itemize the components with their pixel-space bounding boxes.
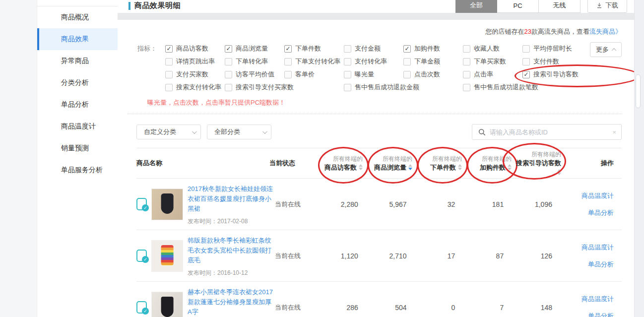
sidebar-item-abnormal-products[interactable]: 异常商品 xyxy=(37,50,118,72)
metric-label: 详情页跳出率 xyxy=(176,57,215,66)
notice-prefix: 您的店铺存在 xyxy=(486,28,524,35)
download-button[interactable]: 下载 xyxy=(587,0,627,13)
notice-middle: 款高流失商品，查看 xyxy=(531,28,589,35)
metric-checkbox-visitor-value[interactable]: ✓访客平均价值 xyxy=(225,70,284,79)
clear-search-icon[interactable]: × xyxy=(612,128,616,136)
metric-checkbox-pay-cvr[interactable]: ✓支付转化率 xyxy=(344,57,403,66)
metric-checkbox-ctr[interactable]: ✓点击率 xyxy=(463,70,522,79)
status-text: 当前在线 xyxy=(275,252,321,260)
custom-category-dropdown[interactable]: 自定义分类 xyxy=(136,125,201,139)
page-title-text: 商品效果明细 xyxy=(134,1,181,10)
analysis-link[interactable]: 单品分析 xyxy=(588,260,614,269)
metric-label: 下单买家数 xyxy=(474,57,506,66)
publish-date: 发布时间：2016-10-12 xyxy=(188,269,275,277)
metric-checkbox-search-visitors[interactable]: ✓搜索引导访客数 xyxy=(522,70,622,79)
sidebar-item-single-product-service[interactable]: 单品服务分析 xyxy=(37,159,118,181)
metric-label: 曝光量 xyxy=(355,70,374,79)
sort-icon[interactable] xyxy=(458,164,462,170)
churn-notice: 您的店铺存在23款高流失商品，查看流失商品》 xyxy=(118,20,634,36)
segment-all-button[interactable]: 全部 xyxy=(455,0,497,13)
metric-checkbox-search-pay-buyers[interactable]: ✓搜索引导支付买家数 xyxy=(225,83,344,92)
checkbox-checked-icon: ✓ xyxy=(522,71,530,78)
header-metric-label: 商品访客数 xyxy=(324,163,357,172)
segment-wireless-button[interactable]: 无线 xyxy=(539,0,580,13)
metric-checkbox-refund-count[interactable]: ✓售中售后成功退款笔数 xyxy=(463,83,622,92)
metric-checkbox-clicks[interactable]: ✓点击次数 xyxy=(403,70,463,79)
visitors-value: 2,280 xyxy=(321,200,369,208)
more-button[interactable]: 更多 xyxy=(590,42,622,57)
sort-icon[interactable] xyxy=(508,164,512,170)
search-input[interactable] xyxy=(490,128,608,136)
metric-checkbox-order-cvr[interactable]: ✓下单转化率 xyxy=(225,57,284,66)
checkbox-icon: ✓ xyxy=(344,45,351,53)
page-title: 商品效果明细 xyxy=(129,1,181,10)
metric-checkbox-visitors[interactable]: ✓商品访客数 xyxy=(165,44,225,53)
product-title-link[interactable]: 韩版新款秋冬季长袖彩虹条纹毛衣女套头宽松中长款圆领打底毛 xyxy=(188,236,275,265)
metric-checkbox-order-amount[interactable]: ✓下单金额 xyxy=(403,57,463,66)
analysis-link[interactable]: 单品分析 xyxy=(588,208,614,217)
metric-checkbox-refund-amount[interactable]: ✓售中售后成功退款金额 xyxy=(344,83,463,92)
header-search-visitors[interactable]: 所有终端的搜索引导访客数 xyxy=(514,150,563,177)
right-gutter xyxy=(634,0,644,317)
churn-products-link[interactable]: 流失商品》 xyxy=(589,28,622,35)
sidebar-item-sales-forecast[interactable]: 销量预测 xyxy=(37,137,118,159)
checkbox-checked-icon: ✓ xyxy=(403,45,411,53)
thermometer-link[interactable]: 商品温度计 xyxy=(581,243,614,252)
metric-checkbox-pay-items[interactable]: ✓支付件数 xyxy=(522,57,622,66)
header-product-name: 商品名称 xyxy=(136,159,269,168)
product-title-link[interactable]: 赫本小黑裙冬季连衣裙女2017新款蓬蓬七分袖修身显瘦加厚A字 xyxy=(188,287,275,317)
sort-icon-active[interactable] xyxy=(408,164,412,170)
metric-checkbox-order-items[interactable]: ✓下单件数 xyxy=(284,44,344,53)
metric-checkbox-pay-amount[interactable]: ✓支付金额 xyxy=(344,44,403,53)
metric-label: 搜索引导访客数 xyxy=(533,70,579,79)
metric-label: 下单转化率 xyxy=(236,57,268,66)
search-visitors-value: 1,096 xyxy=(515,200,563,208)
metric-label: 下单金额 xyxy=(414,57,440,66)
metric-checkbox-impressions[interactable]: ✓曝光量 xyxy=(344,70,403,79)
metric-label: 搜索引导支付买家数 xyxy=(236,83,294,92)
sidebar-item-product-overview[interactable]: 商品概况 xyxy=(37,6,118,28)
sidebar-item-product-effect[interactable]: 商品效果 xyxy=(37,28,118,50)
product-title-link[interactable]: 2017秋冬新款女长袖娃娃领连衣裙百搭名媛显瘦打底修身小黑裙 xyxy=(188,184,275,214)
sidebar-item-label: 单品服务分析 xyxy=(61,166,103,175)
checkbox-icon: ✓ xyxy=(522,58,530,65)
metric-checkbox-avg-ticket[interactable]: ✓客单价 xyxy=(284,70,344,79)
sidebar-item-label: 销量预测 xyxy=(61,144,89,153)
header-visitors[interactable]: 所有终端的商品访客数 xyxy=(315,155,365,172)
analysis-link[interactable]: 单品分析 xyxy=(588,312,614,317)
product-image[interactable] xyxy=(151,240,183,272)
header-cart-items[interactable]: 所有终端的加购件数 xyxy=(464,155,514,172)
mobile-online-icon: ✓ xyxy=(136,250,147,262)
views-value: 5,967 xyxy=(369,200,418,208)
sidebar-item-product-thermometer[interactable]: 商品温度计 xyxy=(37,116,118,137)
metric-checkbox-views[interactable]: ✓商品浏览量 xyxy=(225,44,284,53)
product-image[interactable] xyxy=(151,292,183,317)
sidebar: 商品概况 商品效果 异常商品 分类分析 单品分析 商品温度计 销量预测 单品服务… xyxy=(37,0,118,317)
cart-items-value: 7 xyxy=(466,304,515,312)
metric-checkbox-order-buyers[interactable]: ✓下单买家数 xyxy=(463,57,522,66)
sort-icon[interactable] xyxy=(359,164,363,170)
metric-checkbox-order-pay-cvr[interactable]: ✓下单支付转化率 xyxy=(284,57,344,66)
sort-icon[interactable] xyxy=(557,169,561,175)
sidebar-item-single-product-analysis[interactable]: 单品分析 xyxy=(37,94,118,116)
status-text: 当前在线 xyxy=(275,303,321,312)
header-order-items[interactable]: 所有终端的下单件数 xyxy=(414,155,464,172)
metric-checkbox-cart-items[interactable]: ✓加购件数 xyxy=(403,44,463,53)
metric-checkbox-favorites[interactable]: ✓收藏人数 xyxy=(463,44,522,53)
header-metric-label: 下单件数 xyxy=(430,163,456,172)
all-category-dropdown[interactable]: 全部分类 xyxy=(207,125,271,139)
metric-checkbox-pay-buyers[interactable]: ✓支付买家数 xyxy=(165,70,225,79)
metric-label: 点击率 xyxy=(474,70,493,79)
segment-pc-button[interactable]: PC xyxy=(497,0,539,13)
metric-checkbox-search-pay-cvr[interactable]: ✓搜索支付转化率 xyxy=(165,83,225,92)
thermometer-link[interactable]: 商品温度计 xyxy=(581,295,614,304)
thermometer-link[interactable]: 商品温度计 xyxy=(581,191,614,200)
checkbox-icon: ✓ xyxy=(225,58,232,65)
sidebar-item-category-analysis[interactable]: 分类分析 xyxy=(37,72,118,94)
scrollbar-thumb[interactable] xyxy=(636,74,641,108)
header-views[interactable]: 所有终端的商品浏览量 xyxy=(365,155,414,172)
metric-checkbox-bounce-rate[interactable]: ✓详情页跳出率 xyxy=(165,57,225,66)
dropdown-value: 自定义分类 xyxy=(144,127,176,136)
checkbox-icon: ✓ xyxy=(165,58,173,65)
product-image[interactable] xyxy=(151,189,183,220)
